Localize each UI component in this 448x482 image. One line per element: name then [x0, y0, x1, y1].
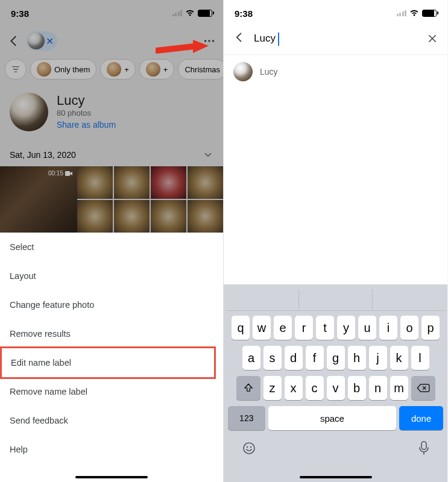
- key-q[interactable]: q: [232, 316, 250, 340]
- text-cursor: [278, 33, 279, 46]
- name-label-input[interactable]: [254, 33, 382, 45]
- menu-change-feature-photo[interactable]: Change feature photo: [0, 290, 223, 319]
- battery-icon: [422, 10, 437, 17]
- predictive-text-bar[interactable]: [226, 289, 445, 311]
- key-h[interactable]: h: [348, 346, 366, 370]
- photo-thumbnail[interactable]: [77, 166, 113, 199]
- menu-remove-results[interactable]: Remove results: [0, 319, 223, 348]
- key-e[interactable]: e: [274, 316, 292, 340]
- shift-key[interactable]: [236, 376, 260, 400]
- emoji-key[interactable]: [242, 441, 256, 458]
- date-text: Sat, Jun 13, 2020: [10, 150, 76, 160]
- menu-select[interactable]: Select: [0, 233, 223, 261]
- svg-point-1: [208, 40, 210, 42]
- photo-grid: 00:15: [0, 166, 223, 233]
- menu-send-feedback[interactable]: Send feedback: [0, 406, 223, 435]
- photo-thumbnail[interactable]: [188, 200, 223, 233]
- add-person-chip-1[interactable]: +: [100, 59, 136, 80]
- filter-icon-chip[interactable]: [5, 59, 27, 80]
- svg-point-6: [250, 446, 251, 448]
- key-i[interactable]: i: [379, 316, 397, 340]
- menu-edit-name-label[interactable]: Edit name label: [0, 346, 216, 379]
- key-o[interactable]: o: [400, 316, 418, 340]
- profile-avatar[interactable]: [10, 93, 48, 131]
- home-indicator[interactable]: [300, 476, 372, 478]
- keyboard-row-2: asdfghjkl: [226, 346, 445, 370]
- chip-label: Christmas: [185, 65, 220, 74]
- photo-thumbnail[interactable]: [151, 200, 186, 233]
- space-key[interactable]: space: [268, 406, 397, 430]
- suggestion-avatar: [233, 62, 253, 81]
- photo-thumbnail[interactable]: [77, 200, 113, 233]
- christmas-chip[interactable]: Christmas: [178, 59, 223, 80]
- key-u[interactable]: u: [358, 316, 376, 340]
- svg-rect-7: [421, 442, 426, 449]
- key-s[interactable]: s: [263, 346, 282, 370]
- menu-remove-name-label[interactable]: Remove name label: [0, 377, 223, 406]
- right-screen: 9:38 Lucy qwertyuiop: [224, 0, 447, 482]
- back-button[interactable]: [233, 31, 245, 46]
- date-header[interactable]: Sat, Jun 13, 2020: [0, 143, 223, 166]
- photo-thumbnail-video[interactable]: 00:15: [0, 166, 77, 233]
- search-header: [224, 23, 447, 55]
- key-w[interactable]: w: [253, 316, 271, 340]
- key-x[interactable]: x: [285, 376, 303, 400]
- more-options-button[interactable]: [203, 34, 216, 48]
- person-avatar-icon: [146, 62, 160, 77]
- key-j[interactable]: j: [369, 346, 387, 370]
- key-m[interactable]: m: [390, 376, 408, 400]
- menu-layout[interactable]: Layout: [0, 261, 223, 290]
- only-them-chip[interactable]: Only them: [30, 59, 96, 80]
- key-a[interactable]: a: [242, 346, 260, 370]
- chip-label: Only them: [54, 65, 90, 74]
- key-l[interactable]: l: [411, 346, 429, 370]
- person-filter-chip[interactable]: ✕: [27, 31, 57, 51]
- svg-rect-3: [65, 171, 70, 176]
- cellular-signal-icon: [172, 10, 183, 16]
- key-v[interactable]: v: [327, 376, 345, 400]
- key-d[interactable]: d: [285, 346, 303, 370]
- key-f[interactable]: f: [306, 346, 324, 370]
- plus-icon: +: [163, 65, 168, 74]
- photo-thumbnail[interactable]: [114, 166, 150, 199]
- suggestion-item[interactable]: Lucy: [224, 55, 447, 89]
- key-c[interactable]: c: [306, 376, 324, 400]
- status-icons: [172, 10, 213, 17]
- home-indicator[interactable]: [75, 476, 148, 478]
- key-b[interactable]: b: [348, 376, 366, 400]
- remove-filter-icon[interactable]: ✕: [46, 36, 54, 47]
- chevron-down-icon[interactable]: [203, 149, 213, 160]
- photo-thumbnail[interactable]: [188, 166, 223, 199]
- profile-name: Lucy: [57, 93, 116, 108]
- key-t[interactable]: t: [316, 316, 334, 340]
- person-avatar: [28, 33, 45, 49]
- backspace-key[interactable]: [411, 376, 435, 400]
- profile-info: Lucy 80 photos Share as album: [57, 93, 116, 131]
- plus-icon: +: [124, 65, 129, 74]
- keyboard-bottom-row: 123 space done: [226, 406, 445, 430]
- status-icons: [397, 10, 437, 17]
- done-key[interactable]: done: [399, 406, 443, 430]
- filter-chip-row[interactable]: Only them + + Christmas: [0, 59, 223, 87]
- dictation-key[interactable]: [418, 441, 429, 458]
- share-album-link[interactable]: Share as album: [57, 120, 116, 130]
- key-r[interactable]: r: [295, 316, 313, 340]
- numeric-key[interactable]: 123: [228, 406, 265, 430]
- clear-input-button[interactable]: [427, 33, 438, 44]
- wifi-icon: [185, 10, 195, 17]
- photo-thumbnail[interactable]: [151, 166, 186, 199]
- key-z[interactable]: z: [263, 376, 282, 400]
- key-g[interactable]: g: [327, 346, 345, 370]
- add-person-chip-2[interactable]: +: [139, 59, 175, 80]
- menu-help[interactable]: Help: [0, 435, 223, 464]
- key-p[interactable]: p: [421, 316, 440, 340]
- header: ✕: [0, 23, 223, 59]
- back-button[interactable]: [7, 34, 21, 48]
- left-screen: 9:38 ✕: [0, 0, 224, 482]
- key-y[interactable]: y: [337, 316, 355, 340]
- svg-point-5: [247, 446, 248, 448]
- keyboard-row-3: zxcvbnm: [226, 376, 445, 400]
- key-n[interactable]: n: [369, 376, 387, 400]
- photo-thumbnail[interactable]: [114, 200, 150, 233]
- key-k[interactable]: k: [390, 346, 408, 370]
